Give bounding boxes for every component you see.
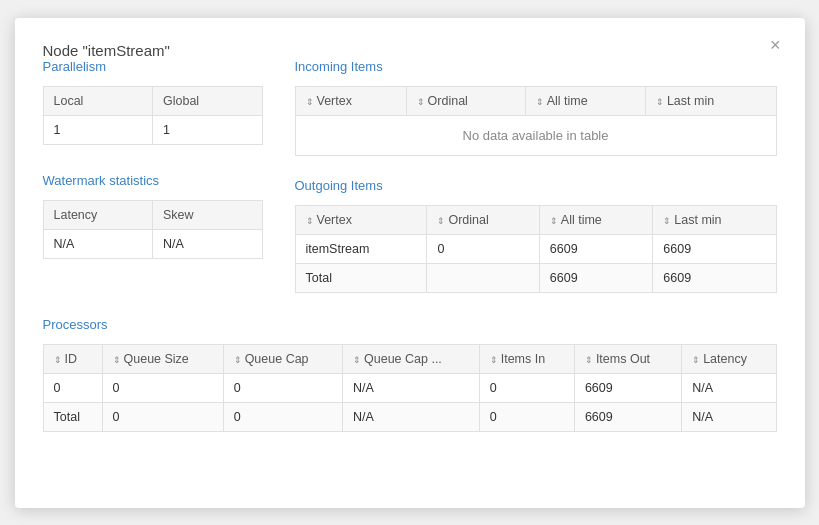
- modal-title: Node "itemStream": [43, 42, 170, 59]
- proc-col-queue-cap: ⇕Queue Cap: [223, 344, 342, 373]
- outgoing-items-section: Outgoing Items ⇕Vertex ⇕Ordinal ⇕All tim…: [295, 178, 777, 293]
- proc-col-queue-size: ⇕Queue Size: [102, 344, 223, 373]
- incoming-col-alltime: ⇕All time: [525, 86, 645, 115]
- no-data-message: No data available in table: [295, 115, 776, 155]
- proc-latency-value: N/A: [682, 373, 776, 402]
- proc-items-out-value: 6609: [574, 373, 681, 402]
- watermark-col-latency: Latency: [43, 200, 153, 229]
- watermark-skew-value: N/A: [153, 229, 263, 258]
- outgoing-col-vertex: ⇕Vertex: [295, 205, 427, 234]
- proc-col-queue-cap2: ⇕Queue Cap ...: [343, 344, 480, 373]
- watermark-table: Latency Skew N/A N/A: [43, 200, 263, 259]
- incoming-col-vertex: ⇕Vertex: [295, 86, 406, 115]
- parallelism-title: Parallelism: [43, 59, 263, 74]
- outgoing-total-alltime: 6609: [539, 263, 652, 292]
- right-column: Incoming Items ⇕Vertex ⇕Ordinal ⇕All tim…: [295, 59, 777, 293]
- outgoing-items-title: Outgoing Items: [295, 178, 777, 193]
- proc-items-in-value: 0: [479, 373, 574, 402]
- close-button[interactable]: ×: [764, 34, 787, 56]
- proc-queue-cap2-value: N/A: [343, 373, 480, 402]
- processors-section: Processors ⇕ID ⇕Queue Size ⇕Queue Cap ⇕Q…: [43, 317, 777, 432]
- outgoing-total-label: Total: [295, 263, 427, 292]
- outgoing-lastmin-value: 6609: [653, 234, 776, 263]
- proc-total-queue-cap: 0: [223, 402, 342, 431]
- proc-id-value: 0: [43, 373, 102, 402]
- parallelism-table: Local Global 1 1: [43, 86, 263, 145]
- modal-container: Node "itemStream" × Parallelism Local Gl…: [15, 18, 805, 508]
- incoming-items-title: Incoming Items: [295, 59, 777, 74]
- processors-title: Processors: [43, 317, 777, 332]
- proc-col-items-out: ⇕Items Out: [574, 344, 681, 373]
- table-row: 0 0 0 N/A 0 6609 N/A: [43, 373, 776, 402]
- watermark-col-skew: Skew: [153, 200, 263, 229]
- outgoing-total-lastmin: 6609: [653, 263, 776, 292]
- outgoing-col-lastmin: ⇕Last min: [653, 205, 776, 234]
- outgoing-ordinal-value: 0: [427, 234, 539, 263]
- proc-col-items-in: ⇕Items In: [479, 344, 574, 373]
- outgoing-items-table: ⇕Vertex ⇕Ordinal ⇕All time ⇕Last min ite…: [295, 205, 777, 293]
- top-section: Parallelism Local Global 1 1: [43, 59, 777, 293]
- parallelism-col-local: Local: [43, 86, 153, 115]
- proc-total-latency: N/A: [682, 402, 776, 431]
- parallelism-global-value: 1: [153, 115, 263, 144]
- proc-total-items-out: 6609: [574, 402, 681, 431]
- incoming-col-lastmin: ⇕Last min: [645, 86, 776, 115]
- outgoing-col-ordinal: ⇕Ordinal: [427, 205, 539, 234]
- parallelism-section: Parallelism Local Global 1 1: [43, 59, 263, 145]
- proc-queue-size-value: 0: [102, 373, 223, 402]
- parallelism-col-global: Global: [153, 86, 263, 115]
- proc-col-latency: ⇕Latency: [682, 344, 776, 373]
- table-row: N/A N/A: [43, 229, 262, 258]
- processors-total-row: Total 0 0 N/A 0 6609 N/A: [43, 402, 776, 431]
- proc-queue-cap-value: 0: [223, 373, 342, 402]
- outgoing-col-alltime: ⇕All time: [539, 205, 652, 234]
- table-row: itemStream 0 6609 6609: [295, 234, 776, 263]
- outgoing-alltime-value: 6609: [539, 234, 652, 263]
- outgoing-total-row: Total 6609 6609: [295, 263, 776, 292]
- no-data-row: No data available in table: [295, 115, 776, 155]
- watermark-section: Watermark statistics Latency Skew N/A N/…: [43, 173, 263, 259]
- table-row: 1 1: [43, 115, 262, 144]
- incoming-items-section: Incoming Items ⇕Vertex ⇕Ordinal ⇕All tim…: [295, 59, 777, 156]
- proc-total-queue-cap2: N/A: [343, 402, 480, 431]
- incoming-items-table: ⇕Vertex ⇕Ordinal ⇕All time ⇕Last min No …: [295, 86, 777, 156]
- proc-total-items-in: 0: [479, 402, 574, 431]
- proc-total-label: Total: [43, 402, 102, 431]
- parallelism-local-value: 1: [43, 115, 153, 144]
- processors-table: ⇕ID ⇕Queue Size ⇕Queue Cap ⇕Queue Cap ..…: [43, 344, 777, 432]
- outgoing-total-ordinal: [427, 263, 539, 292]
- left-column: Parallelism Local Global 1 1: [43, 59, 263, 293]
- watermark-latency-value: N/A: [43, 229, 153, 258]
- watermark-title: Watermark statistics: [43, 173, 263, 188]
- incoming-col-ordinal: ⇕Ordinal: [406, 86, 525, 115]
- proc-total-queue-size: 0: [102, 402, 223, 431]
- proc-col-id: ⇕ID: [43, 344, 102, 373]
- outgoing-vertex-value: itemStream: [295, 234, 427, 263]
